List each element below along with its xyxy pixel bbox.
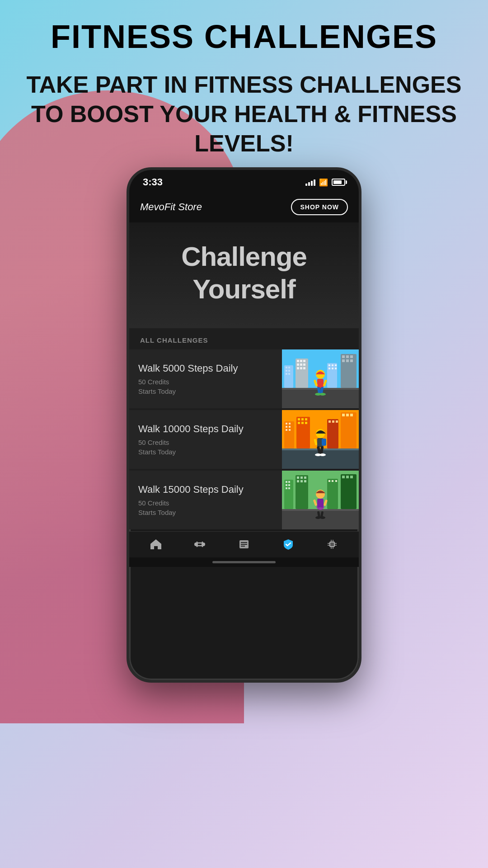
svg-rect-11 [303, 360, 305, 362]
svg-rect-64 [350, 414, 353, 416]
home-bar [212, 561, 276, 563]
challenge-image-2 [282, 410, 359, 469]
svg-rect-29 [342, 359, 345, 362]
svg-rect-50 [296, 417, 310, 448]
svg-rect-45 [289, 423, 291, 425]
shop-now-button[interactable]: SHOP NOW [291, 199, 348, 215]
challenge-credits-3: 50 Credits [138, 499, 273, 507]
svg-rect-62 [342, 414, 345, 416]
challenge-info-3: Walk 15000 Steps Daily 50 Credits Starts… [129, 471, 282, 529]
svg-rect-4 [286, 370, 287, 372]
challenge-image-3 [282, 471, 359, 529]
svg-rect-63 [346, 414, 349, 416]
svg-rect-16 [300, 367, 302, 369]
svg-rect-115 [330, 542, 334, 546]
svg-rect-49 [289, 429, 291, 431]
challenge-card-1[interactable]: Walk 5000 Steps Daily 50 Credits Starts … [129, 349, 359, 408]
svg-rect-1 [284, 365, 293, 388]
svg-rect-20 [332, 364, 333, 366]
svg-rect-46 [286, 426, 287, 428]
svg-rect-22 [328, 368, 330, 369]
page-subtitle: TAKE PART IN FITNESS CHALLENGES TO BOOST… [23, 70, 465, 158]
signal-icon [305, 179, 315, 186]
svg-rect-6 [286, 373, 287, 375]
svg-rect-56 [305, 422, 307, 424]
svg-rect-53 [305, 418, 307, 420]
svg-rect-94 [341, 474, 357, 509]
svg-rect-86 [304, 476, 306, 479]
battery-icon [332, 179, 345, 186]
svg-rect-66 [282, 448, 359, 450]
svg-rect-3 [288, 367, 290, 368]
nav-item-health[interactable] [266, 538, 310, 554]
challenge-starts-1: Starts Today [138, 387, 273, 395]
svg-rect-81 [286, 487, 287, 489]
svg-rect-14 [303, 363, 305, 366]
status-icons: 📶 [305, 178, 345, 187]
challenge-title-3: Walk 15000 Steps Daily [138, 484, 273, 495]
svg-rect-24 [335, 368, 337, 369]
svg-rect-76 [284, 480, 293, 509]
svg-rect-17 [303, 367, 305, 369]
challenge-title-2: Walk 10000 Steps Daily [138, 423, 273, 435]
challenge-card-2[interactable]: Walk 10000 Steps Daily 50 Credits Starts… [129, 410, 359, 469]
svg-rect-101 [317, 499, 324, 508]
svg-rect-26 [342, 355, 345, 358]
challenge-info-1: Walk 5000 Steps Daily 50 Credits Starts … [129, 349, 282, 408]
challenge-credits-1: 50 Credits [138, 378, 273, 386]
status-bar: 3:33 📶 [129, 170, 359, 192]
walk-scene-orange [282, 410, 359, 469]
challenge-credits-2: 50 Credits [138, 439, 273, 446]
nav-item-device[interactable] [310, 538, 354, 554]
svg-rect-113 [241, 546, 245, 547]
challenge-image-1 [282, 349, 359, 408]
list-icon [238, 538, 250, 554]
challenge-info-2: Walk 10000 Steps Daily 50 Credits Starts… [129, 410, 282, 469]
svg-point-39 [319, 393, 326, 396]
home-indicator [129, 557, 359, 567]
svg-rect-44 [286, 423, 287, 425]
svg-rect-55 [301, 422, 304, 424]
svg-rect-8 [296, 359, 308, 388]
home-icon [150, 538, 162, 554]
svg-rect-90 [327, 479, 338, 509]
svg-rect-5 [288, 370, 290, 372]
svg-rect-95 [342, 476, 345, 478]
phone-mockup: 3:33 📶 MevoFit Store SHOP NOW [127, 167, 361, 683]
svg-rect-84 [297, 476, 299, 479]
svg-rect-7 [288, 373, 290, 375]
challenge-card-3[interactable]: Walk 15000 Steps Daily 50 Credits Starts… [129, 471, 359, 529]
svg-rect-88 [300, 480, 303, 482]
hero-title: Challenge Yourself [138, 241, 350, 306]
fitness-icon [193, 538, 206, 554]
status-time: 3:33 [143, 176, 163, 188]
svg-rect-31 [350, 359, 353, 362]
svg-rect-9 [297, 360, 299, 362]
app-header: MevoFit Store SHOP NOW [129, 192, 359, 222]
svg-rect-97 [350, 476, 353, 478]
svg-rect-2 [286, 367, 287, 368]
nav-item-fitness[interactable] [178, 538, 222, 554]
chip-icon [326, 538, 338, 554]
svg-rect-78 [288, 481, 290, 483]
svg-rect-47 [289, 426, 291, 428]
svg-rect-58 [328, 420, 331, 423]
walk-scene-blue [282, 349, 359, 408]
svg-rect-43 [284, 421, 294, 448]
svg-rect-111 [241, 542, 247, 543]
svg-rect-10 [300, 360, 302, 362]
svg-rect-21 [335, 364, 337, 366]
nav-item-challenges[interactable] [222, 538, 266, 554]
svg-rect-93 [335, 480, 337, 482]
svg-rect-27 [346, 355, 349, 358]
nav-item-home[interactable] [134, 538, 178, 554]
wifi-icon: 📶 [319, 178, 328, 187]
svg-rect-19 [328, 364, 330, 366]
bottom-nav [129, 531, 359, 557]
svg-rect-30 [346, 359, 349, 362]
challenges-section: ALL CHALLENGES Walk 5000 Steps Daily 50 … [129, 328, 359, 529]
svg-rect-89 [304, 480, 306, 482]
svg-rect-79 [286, 484, 287, 486]
hero-section: Challenge Yourself [129, 222, 359, 328]
svg-rect-25 [341, 354, 357, 388]
